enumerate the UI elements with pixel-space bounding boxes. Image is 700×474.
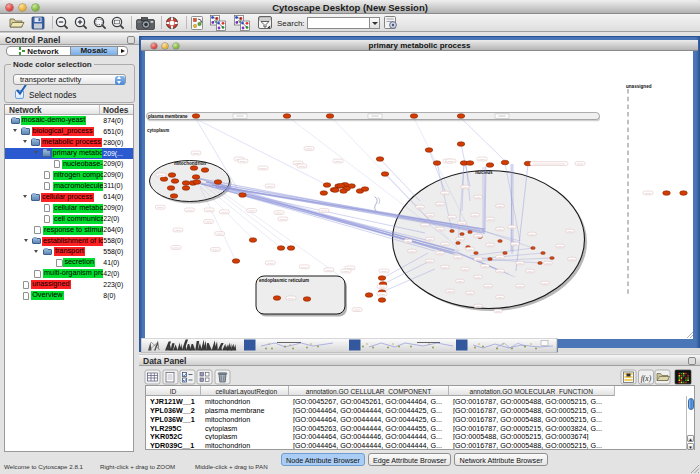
svg-text:cytoplasm: cytoplasm xyxy=(147,128,169,133)
svg-text:plasma membrane: plasma membrane xyxy=(148,114,188,119)
svg-text:nucleus: nucleus xyxy=(475,170,493,175)
svg-text:mitochondrion: mitochondrion xyxy=(174,161,206,166)
svg-text:f(x): f(x) xyxy=(641,374,652,383)
svg-text:endoplasmic reticulum: endoplasmic reticulum xyxy=(259,278,309,283)
svg-text:unassigned: unassigned xyxy=(626,84,652,89)
